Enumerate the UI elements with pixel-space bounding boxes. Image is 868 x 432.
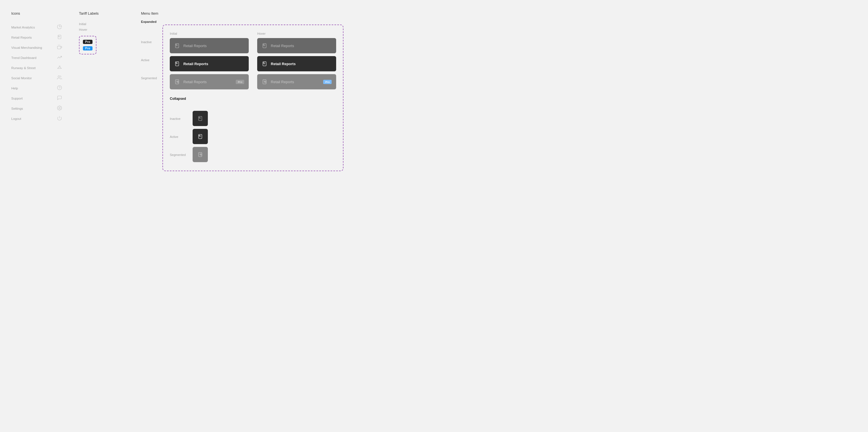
report-icon-btn-hover-active (262, 61, 267, 66)
state-label-active-exp: Active (141, 51, 157, 69)
svg-rect-18 (264, 44, 264, 45)
svg-point-5 (58, 75, 60, 77)
svg-rect-11 (176, 44, 177, 45)
icons-section: Icons Market Analytics Retail Reports Vi… (11, 11, 62, 124)
nav-item-visual-merchandising[interactable]: Visual Merchandising (11, 42, 62, 53)
initial-col-header: Initial (170, 32, 249, 35)
svg-point-8 (59, 107, 60, 109)
nav-item-runway-street[interactable]: Runway & Street (11, 63, 62, 73)
menu-dashed-container: Initial Retail Reports Retail Reports (162, 25, 343, 171)
menu-item-expanded-hover-inactive[interactable]: Retail Reports (257, 38, 336, 53)
badge-pro-exp-hover-seg: Pro (323, 80, 332, 84)
collapsed-label: Collapsed (170, 97, 336, 101)
menu-section: Menu Item Expanded Inactive Active Segme… (141, 11, 857, 171)
menu-item-text-exp-hover-inactive: Retail Reports (271, 44, 332, 48)
svg-rect-1 (58, 36, 59, 36)
nav-list: Market Analytics Retail Reports Visual M… (11, 22, 62, 124)
tariff-initial-label: Initial (79, 22, 124, 26)
report-icon-btn (174, 43, 180, 49)
svg-rect-14 (176, 80, 179, 84)
tariff-title: Tariff Labels (79, 11, 124, 16)
report-icon-btn-active (174, 61, 180, 66)
nav-label-support: Support (11, 97, 23, 100)
nav-item-help[interactable]: Help (11, 83, 62, 93)
svg-rect-27 (199, 135, 200, 136)
nav-item-social-monitor[interactable]: Social Monitor (11, 73, 62, 83)
menu-item-expanded-initial-active[interactable]: Retail Reports (170, 56, 249, 71)
nav-label-market-analytics: Market Analytics (11, 26, 35, 29)
nav-label-trend-dashboard: Trend Dashboard (11, 56, 36, 60)
nav-label-social-monitor: Social Monitor (11, 76, 32, 80)
page-container: Icons Market Analytics Retail Reports Vi… (11, 11, 857, 171)
svg-rect-19 (263, 62, 266, 66)
hanger-icon (57, 65, 62, 71)
state-label-inactive-exp: Inactive (141, 33, 157, 51)
nav-item-logout[interactable]: Logout (11, 114, 62, 124)
report-icon-btn-hover-inactive (262, 43, 267, 49)
state-label-inactive-col: Inactive (170, 110, 186, 128)
nav-label-logout: Logout (11, 117, 21, 120)
settings-icon (57, 105, 62, 112)
tariff-hover-label: Hover (79, 28, 124, 31)
nav-label-visual-merchandising: Visual Merchandising (11, 46, 42, 49)
svg-rect-21 (263, 80, 266, 84)
svg-rect-22 (265, 81, 266, 82)
svg-rect-10 (176, 44, 179, 48)
pie-chart-icon (57, 24, 62, 30)
collapsed-section: Collapsed Inactive Active Segmented (170, 97, 336, 164)
menu-mode-labels-row: Expanded (141, 20, 857, 23)
trend-icon (57, 55, 62, 61)
lock-report-icon (174, 79, 180, 85)
svg-rect-13 (176, 63, 177, 63)
menu-item-text-exp-hover-active: Retail Reports (271, 62, 332, 66)
hand-icon (57, 44, 62, 51)
collapsed-state-labels: Inactive Active Segmented (170, 105, 188, 164)
menu-item-collapsed-active[interactable] (193, 129, 208, 144)
tariff-badges-box: Pro Pro (79, 36, 96, 55)
svg-rect-28 (198, 153, 202, 157)
nav-label-retail-reports: Retail Reports (11, 36, 32, 39)
nav-item-retail-reports[interactable]: Retail Reports (11, 32, 62, 42)
badge-pro-dark: Pro (83, 40, 93, 44)
collapsed-items-col (193, 105, 208, 162)
nav-item-support[interactable]: Support (11, 93, 62, 103)
menu-item-expanded-hover-segmented[interactable]: Retail Reports Pro (257, 74, 336, 89)
hover-col: Hover Retail Reports Retail Reports (257, 32, 336, 92)
report-icon (57, 34, 62, 41)
menu-item-collapsed-inactive[interactable] (193, 111, 208, 126)
menu-item-expanded-initial-segmented[interactable]: Retail Reports Pro (170, 74, 249, 89)
hover-col-header: Hover (257, 32, 336, 35)
icons-title: Icons (11, 11, 62, 16)
menu-item-text-exp-init-inactive: Retail Reports (183, 44, 244, 48)
menu-item-collapsed-segmented[interactable] (193, 147, 208, 162)
nav-item-market-analytics[interactable]: Market Analytics (11, 22, 62, 32)
nav-item-trend-dashboard[interactable]: Trend Dashboard (11, 53, 62, 63)
svg-point-6 (58, 86, 62, 90)
svg-rect-17 (263, 44, 266, 48)
report-icon-collapsed-inactive (197, 116, 203, 121)
power-icon (57, 116, 62, 122)
lock-report-icon-hover (262, 79, 267, 85)
badge-pro-blue: Pro (83, 46, 93, 51)
svg-rect-12 (176, 62, 179, 66)
lock-report-icon-collapsed (197, 152, 203, 157)
users-icon (57, 75, 62, 81)
nav-label-runway-street: Runway & Street (11, 66, 35, 70)
nav-label-help: Help (11, 87, 18, 90)
svg-rect-25 (199, 117, 200, 118)
svg-rect-0 (58, 35, 61, 39)
menu-item-expanded-hover-active[interactable]: Retail Reports (257, 56, 336, 71)
expanded-mode-label: Expanded (141, 20, 259, 23)
state-label-active-col: Active (170, 128, 186, 146)
svg-rect-29 (200, 154, 202, 155)
nav-item-settings[interactable]: Settings (11, 103, 62, 114)
help-circle-icon (57, 85, 62, 91)
initial-col: Initial Retail Reports Retail Reports (170, 32, 249, 92)
svg-rect-26 (198, 134, 202, 139)
state-labels-col: Inactive Active Segmented (141, 25, 162, 87)
menu-item-expanded-initial-inactive[interactable]: Retail Reports (170, 38, 249, 53)
svg-rect-20 (264, 63, 264, 63)
menu-title: Menu Item (141, 11, 857, 16)
svg-rect-24 (198, 117, 202, 121)
state-label-segmented-col: Segmented (170, 146, 186, 164)
